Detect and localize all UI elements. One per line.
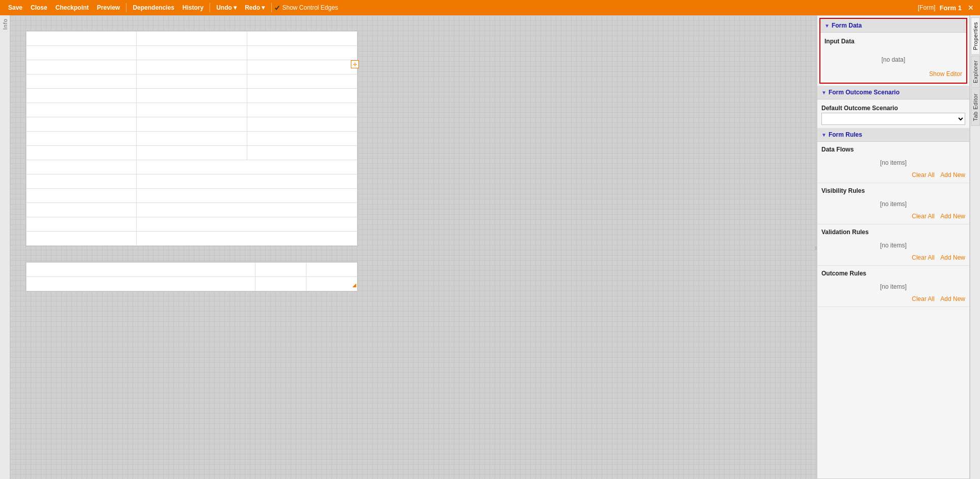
form-bracket: [Form] [918,4,936,11]
table-row [27,174,357,189]
data-flows-subsection: Data Flows [no items] Clear All Add New [817,142,969,183]
table-row [27,263,357,277]
table-row [27,160,357,174]
validation-clear-all[interactable]: Clear All [912,254,935,261]
form-data-header[interactable]: ▼ Form Data [820,19,966,33]
resize-icon[interactable]: ◢ [351,281,358,288]
info-sidebar: Info [0,15,10,479]
validation-add-new[interactable]: Add New [940,254,965,261]
form-outcome-header[interactable]: ▼ Form Outcome Scenario [817,86,969,99]
canvas[interactable]: ✛ ◢ [10,15,815,479]
table-row [27,74,357,89]
checkpoint-button[interactable]: Checkpoint [51,2,93,13]
info-label: Info [2,18,8,30]
form-outcome-section: ▼ Form Outcome Scenario Default Outcome … [817,86,969,128]
separator-2 [210,3,210,12]
move-icon[interactable]: ✛ [351,60,359,68]
form-table-bottom [25,262,358,292]
form-outcome-title: Form Outcome Scenario [829,89,899,96]
table-row [27,60,357,74]
separator-3 [271,3,272,12]
table-row [27,146,357,160]
bottom-table [26,262,357,291]
form-table-container [25,31,358,246]
form-rules-arrow: ▼ [821,132,827,138]
form-rules-header[interactable]: ▼ Form Rules [817,128,969,142]
data-flows-add-new[interactable]: Add New [940,171,965,179]
outcome-clear-all[interactable]: Clear All [912,295,935,302]
table-row [27,132,357,146]
dependencies-button[interactable]: Dependencies [128,2,178,13]
table-row [27,103,357,117]
outcome-add-new[interactable]: Add New [940,295,965,302]
validation-rules-label: Validation Rules [821,226,965,238]
form-data-title: Form Data [832,22,862,29]
table-row [27,217,357,232]
form-data-section: ▼ Form Data Input Data [no data] Show Ed… [819,18,967,84]
table-row [27,46,357,60]
separator-1 [126,3,126,12]
save-button[interactable]: Save [4,2,27,13]
table-row [27,203,357,217]
default-outcome-dropdown-row [821,113,965,125]
panel-divider[interactable] [815,15,817,479]
form-title: Form 1 [940,4,962,12]
table-row [27,232,357,246]
form-outcome-arrow: ▼ [821,90,827,95]
tab-properties[interactable]: Properties [971,17,980,55]
data-flows-actions: Clear All Add New [821,170,965,181]
data-flows-no-items: [no items] [821,155,965,170]
visibility-add-new[interactable]: Add New [940,213,965,220]
validation-rules-subsection: Validation Rules [no items] Clear All Ad… [817,224,969,266]
form-outcome-content: Default Outcome Scenario [817,99,969,128]
tab-tab-editor[interactable]: Tab Editor [971,89,980,126]
default-outcome-select[interactable] [821,113,965,125]
form-data-arrow: ▼ [824,23,830,29]
preview-button[interactable]: Preview [93,2,124,13]
properties-panel: ▼ Form Data Input Data [no data] Show Ed… [817,15,970,479]
close-button[interactable]: Close [27,2,51,13]
visibility-clear-all[interactable]: Clear All [912,213,935,220]
no-data-text: [no data] [824,46,962,68]
form-data-content: Input Data [no data] Show Editor [820,33,966,83]
right-tabs: Properties Explorer Tab Editor [970,15,980,479]
validation-rules-no-items: [no items] [821,238,965,253]
visibility-rules-subsection: Visibility Rules [no items] Clear All Ad… [817,183,969,224]
table-row [27,277,357,291]
data-flows-clear-all[interactable]: Clear All [912,171,935,179]
show-editor-link[interactable]: Show Editor [824,68,962,80]
toolbar-right: [Form] Form 1 ✕ [918,4,976,12]
form-rules-section: ▼ Form Rules Data Flows [no items] Clear… [817,128,969,307]
visibility-rules-label: Visibility Rules [821,185,965,196]
tab-explorer[interactable]: Explorer [971,56,980,88]
right-panel: ▼ Form Data Input Data [no data] Show Ed… [817,15,980,479]
input-data-label: Input Data [824,36,962,46]
outcome-rules-actions: Clear All Add New [821,294,965,305]
table-row [27,32,357,46]
toolbar: Save Close Checkpoint Preview Dependenci… [0,0,980,15]
table-row [27,89,357,103]
outcome-rules-label: Outcome Rules [821,268,965,279]
outcome-rules-subsection: Outcome Rules [no items] Clear All Add N… [817,266,969,307]
table-row [27,117,357,132]
visibility-rules-actions: Clear All Add New [821,212,965,222]
redo-button[interactable]: Redo ▾ [241,2,269,13]
form-rules-title: Form Rules [829,131,862,138]
default-outcome-label: Default Outcome Scenario [821,103,965,113]
show-control-edges-label[interactable]: Show Control Edges [274,4,338,11]
table-row [27,189,357,203]
form-table [26,31,357,246]
window-close-button[interactable]: ✕ [966,4,976,12]
main-area: Info [0,15,980,479]
outcome-rules-no-items: [no items] [821,279,965,294]
data-flows-label: Data Flows [821,144,965,155]
show-control-edges-checkbox[interactable] [274,5,280,11]
validation-rules-actions: Clear All Add New [821,253,965,263]
history-button[interactable]: History [178,2,208,13]
undo-button[interactable]: Undo ▾ [212,2,241,13]
visibility-rules-no-items: [no items] [821,196,965,212]
